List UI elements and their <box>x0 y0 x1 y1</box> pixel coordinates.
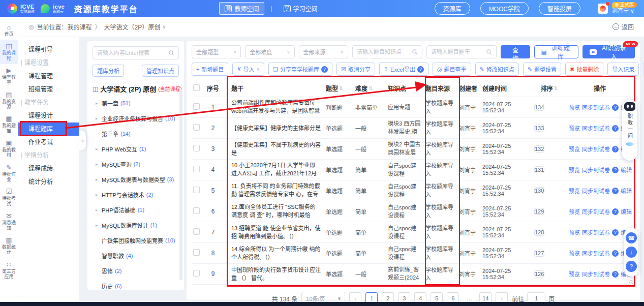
tree-node[interactable]: 第三章(14) <box>93 126 179 141</box>
tree-node[interactable]: ▸ 第一章(51) <box>93 96 179 111</box>
row-checkbox[interactable] <box>193 228 200 235</box>
sync-to-paper-link[interactable]: 同步到试卷 <box>582 207 610 216</box>
sidebar-item[interactable]: ▤ 我的资源 <box>0 88 18 113</box>
sidebar-item[interactable]: ▣ 我的教材 <box>0 137 18 161</box>
disable-link[interactable]: 禁用 <box>634 166 635 174</box>
submenu-item[interactable]: 课程管理 <box>18 70 79 83</box>
tree-caret-icon[interactable]: ▸ <box>96 223 100 228</box>
action-button[interactable]: ✎ 修改知识点 <box>475 63 519 76</box>
toolbar-collapse-button[interactable]: ⊙ <box>628 279 635 286</box>
manage-knowledge-button[interactable]: 管理知识点 <box>142 65 179 77</box>
action-button[interactable]: + 新增题目 <box>192 63 228 76</box>
panel-collapse-handle[interactable]: « <box>79 130 86 150</box>
tree-caret-icon[interactable]: ▸ <box>96 146 100 151</box>
row-checkbox[interactable] <box>193 166 200 172</box>
order-input[interactable]: 134 <box>534 104 544 111</box>
help-icon[interactable]: ? <box>612 167 619 173</box>
order-input[interactable]: 132 <box>534 145 544 152</box>
sync-to-paper-link[interactable]: 同步到试卷 <box>582 124 610 132</box>
tree-node[interactable]: 广铁集团接触网技能竞赛(10) <box>93 233 179 248</box>
sync-to-paper-link[interactable]: 同步到试卷 <box>582 103 610 111</box>
action-button[interactable]: ↥ Excel导出 ? <box>379 63 428 76</box>
filter-type-select[interactable]: 全部题型∨ <box>192 45 241 58</box>
preview-link[interactable]: 预览 <box>569 228 580 236</box>
submenu-item[interactable]: 课程成绩 <box>18 162 79 175</box>
help-icon[interactable]: ? <box>612 146 619 152</box>
tree-node[interactable]: ▸ 企业经济业务核算与报告(10) <box>93 111 179 126</box>
tree-node[interactable]: ▸ PHP语法基础(1) <box>93 202 179 218</box>
sidebar-item[interactable]: ∷ 第三方应用 <box>0 258 18 283</box>
tree-caret-icon[interactable]: ▸ <box>96 116 100 121</box>
sync-to-paper-link[interactable]: 同步到试卷 <box>582 166 610 174</box>
filter-source-select[interactable]: 全部来源∨ <box>299 45 348 58</box>
action-button[interactable]: ✖ 批量删除 <box>565 63 603 76</box>
sidebar-item[interactable]: ☑ 待批考试 <box>0 185 18 209</box>
sidebar-item[interactable]: ◫ 我的课程 <box>0 40 18 64</box>
sidebar-item[interactable]: ▦ 我的题库 <box>0 112 18 137</box>
filter-difficulty-select[interactable]: 全部难度∨ <box>245 45 294 58</box>
top-pill-button[interactable]: 智能投屏 <box>539 2 580 15</box>
breadcrumb-path[interactable]: 我的课程 <box>68 22 92 31</box>
submenu-item[interactable]: 学情分析 <box>18 149 79 162</box>
edit-link[interactable]: 编辑 <box>621 207 632 216</box>
row-checkbox[interactable] <box>193 187 200 193</box>
top-pill-button[interactable]: 资源库 <box>435 2 470 15</box>
preview-link[interactable]: 预览 <box>569 207 580 216</box>
sidebar-item[interactable]: ✎ 待批作业 <box>0 161 18 186</box>
submenu-item[interactable]: 作业考试 <box>18 136 79 149</box>
tree-caret-icon[interactable]: ▸ <box>96 207 100 212</box>
tree-node[interactable]: 思修(2) <box>93 263 179 279</box>
tool-button[interactable]: ☎ <box>626 232 637 243</box>
order-input[interactable]: 127 <box>534 250 544 257</box>
preview-link[interactable]: 预览 <box>569 145 580 153</box>
help-icon[interactable]: ? <box>612 208 619 215</box>
help-icon[interactable]: ? <box>612 250 619 257</box>
tree-search-input[interactable] <box>97 50 166 56</box>
sync-to-paper-link[interactable]: 同步到试卷 <box>582 187 610 195</box>
assistant-widget[interactable]: 职教一间 <box>622 100 637 161</box>
action-button[interactable]: ☒ 取消分享 <box>336 63 375 76</box>
preview-link[interactable]: 预览 <box>569 187 580 195</box>
sort-icon[interactable]: ⇅ <box>339 85 343 91</box>
preview-link[interactable]: 预览 <box>569 166 580 174</box>
top-pill-button[interactable]: MOOC学院 <box>480 2 529 15</box>
edit-link[interactable]: 编辑 <box>621 187 632 195</box>
submenu-item[interactable]: 统计分析 <box>18 175 79 189</box>
action-button[interactable]: ⊻ 导入 ∨ <box>232 63 264 76</box>
row-checkbox[interactable] <box>193 270 200 277</box>
order-input[interactable]: 131 <box>534 166 544 173</box>
tree-node[interactable]: 历史(6) <box>93 279 179 294</box>
tab-learning-space[interactable]: 学学习空间 <box>279 3 323 14</box>
submenu-item[interactable]: 课程设计 <box>18 109 79 123</box>
help-icon[interactable]: ? <box>612 229 619 236</box>
tree-node[interactable]: ▸ PHP Web交互(1) <box>93 141 179 157</box>
tree-scrollbar[interactable] <box>179 89 182 280</box>
order-input[interactable]: 129 <box>534 208 544 215</box>
tool-button[interactable]: ↓ <box>626 247 637 258</box>
submenu-item[interactable]: 教学任务 <box>18 96 79 109</box>
tab-teacher-space[interactable]: 师教师空间 <box>219 2 264 15</box>
sync-to-paper-link[interactable]: 同步到试卷 <box>582 228 610 236</box>
knowledge-search-input[interactable] <box>357 49 410 55</box>
select-all-checkbox[interactable] <box>193 84 200 91</box>
action-button[interactable]: 导入记录 <box>607 63 639 76</box>
row-checkbox[interactable] <box>193 145 200 151</box>
help-icon[interactable]: ? <box>417 66 424 73</box>
submenu-item[interactable]: 课程题库 <box>18 123 79 136</box>
tree-node[interactable]: 智慧职教(4) <box>93 248 179 263</box>
ai-recognition-button[interactable]: AI AI识别录入 NEW <box>582 45 635 58</box>
help-icon[interactable]: ? <box>321 66 328 73</box>
row-checkbox[interactable] <box>193 103 200 110</box>
sidebar-item[interactable]: ▶ 课堂教学 <box>0 64 18 88</box>
tree-node[interactable]: ▸ MySQL查询(2) <box>93 157 179 172</box>
help-icon[interactable]: ? <box>612 125 619 132</box>
row-checkbox[interactable] <box>193 249 200 256</box>
submenu-item[interactable]: 课程设置 <box>18 56 79 70</box>
order-input[interactable]: 126 <box>534 270 544 278</box>
tree-node[interactable]: ▸ MySQL数据表与数据类型(3) <box>93 172 179 187</box>
order-input[interactable]: 133 <box>534 125 544 132</box>
sync-to-paper-link[interactable]: 同步到试卷 <box>582 249 610 257</box>
help-icon[interactable]: ? <box>612 104 619 111</box>
sync-to-paper-link[interactable]: 同步到试卷 <box>582 270 610 278</box>
order-input[interactable]: 128 <box>534 229 544 236</box>
